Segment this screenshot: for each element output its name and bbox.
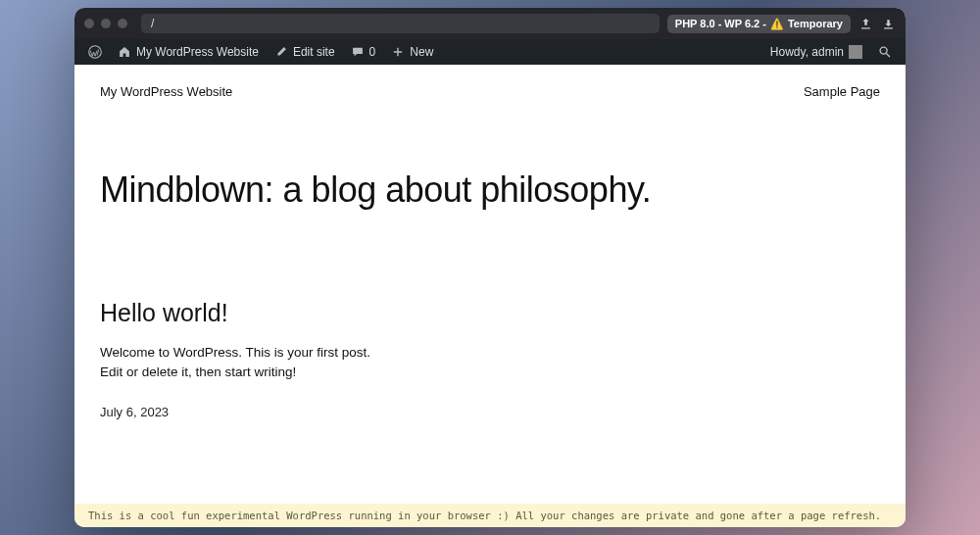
new-label: New [410, 45, 433, 59]
site-header: My WordPress Website Sample Page [74, 65, 906, 119]
plus-icon [391, 45, 405, 59]
greeting-text: Howdy, admin [770, 45, 844, 59]
browser-titlebar: / PHP 8.0 - WP 6.2 - ⚠️ Temporary [74, 8, 906, 39]
search-icon [878, 45, 892, 59]
svg-point-1 [880, 47, 887, 54]
post-body-line: Welcome to WordPress. This is your first… [100, 343, 880, 363]
traffic-lights [84, 19, 127, 28]
nav-sample-page[interactable]: Sample Page [804, 84, 880, 99]
download-icon[interactable] [881, 17, 896, 31]
warning-icon: ⚠️ [770, 18, 784, 30]
new-content-menu[interactable]: New [385, 39, 439, 65]
user-account-menu[interactable]: Howdy, admin [764, 39, 868, 65]
maximize-window-button[interactable] [118, 19, 127, 28]
main-content: Mindblown: a blog about philosophy. Hell… [74, 119, 906, 504]
php-version-badge[interactable]: PHP 8.0 - WP 6.2 - ⚠️ Temporary [667, 15, 851, 33]
home-icon [118, 45, 131, 59]
edit-icon [274, 45, 288, 59]
comments-menu[interactable]: 0 [345, 39, 382, 65]
avatar [849, 45, 862, 59]
post-title-link[interactable]: Hello world! [100, 299, 880, 327]
php-badge-tail: Temporary [788, 18, 843, 29]
minimize-window-button[interactable] [101, 19, 111, 28]
close-window-button[interactable] [84, 19, 94, 28]
post-body-line: Edit or delete it, then start writing! [100, 363, 880, 382]
wp-logo-menu[interactable] [82, 39, 108, 65]
php-badge-text: PHP 8.0 - WP 6.2 - [675, 18, 766, 29]
site-title-link[interactable]: My WordPress Website [100, 84, 232, 99]
adminbar-site-name: My WordPress Website [136, 45, 259, 59]
search-toggle[interactable] [872, 39, 898, 65]
comment-icon [351, 45, 365, 59]
footer-notice: This is a cool fun experimental WordPres… [74, 504, 906, 527]
blog-heading: Mindblown: a blog about philosophy. [100, 170, 880, 211]
url-bar[interactable]: / [141, 14, 660, 33]
site-name-menu[interactable]: My WordPress Website [112, 39, 265, 65]
wp-admin-bar: My WordPress Website Edit site 0 New How… [74, 39, 906, 65]
url-path: / [151, 17, 154, 30]
post-date: July 6, 2023 [100, 405, 880, 419]
wordpress-icon [88, 45, 102, 59]
edit-site-link[interactable]: Edit site [269, 39, 341, 65]
upload-icon[interactable] [858, 17, 873, 31]
browser-window: / PHP 8.0 - WP 6.2 - ⚠️ Temporary My Wor… [74, 8, 906, 527]
post-excerpt: Welcome to WordPress. This is your first… [100, 343, 880, 383]
edit-site-label: Edit site [293, 45, 335, 59]
comments-count: 0 [369, 45, 376, 59]
